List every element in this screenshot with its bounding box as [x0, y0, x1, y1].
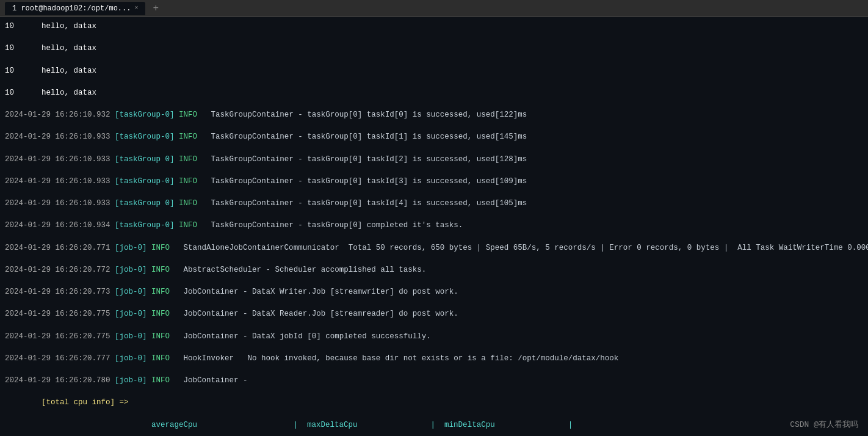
terminal-line: 2024-01-29 16:26:20.775 [job-0] INFO Job… [5, 331, 863, 342]
terminal-line: 2024-01-29 16:26:10.933 [taskGroup-0] IN… [5, 131, 863, 142]
terminal-line: 2024-01-29 16:26:20.775 [job-0] INFO Job… [5, 308, 863, 319]
terminal-line: 2024-01-29 16:26:20.780 [job-0] INFO Job… [5, 375, 863, 386]
tab-1-close[interactable]: × [134, 5, 138, 12]
tab-1[interactable]: 1 root@hadoop102:/opt/mo... × [5, 2, 145, 15]
terminal-line: 2024-01-29 16:26:20.777 [job-0] INFO Hoo… [5, 353, 863, 364]
terminal-line: 10 hello, datax [5, 21, 863, 32]
tab-1-label: 1 root@hadoop102:/opt/mo... [12, 4, 131, 13]
terminal-line: 2024-01-29 16:26:20.771 [job-0] INFO Sta… [5, 242, 863, 253]
tab-add-button[interactable]: + [150, 3, 161, 14]
terminal-line: 2024-01-29 16:26:20.772 [job-0] INFO Abs… [5, 264, 863, 275]
terminal-line: [total cpu info] => [5, 397, 863, 408]
terminal-window: 1 root@hadoop102:/opt/mo... × + 10 hello… [0, 0, 868, 436]
terminal-line: 2024-01-29 16:26:10.934 [taskGroup-0] IN… [5, 220, 863, 231]
terminal-line: 10 hello, datax [5, 87, 863, 98]
title-bar: 1 root@hadoop102:/opt/mo... × + [0, 0, 868, 17]
terminal-line: 2024-01-29 16:26:10.933 [taskGroup 0] IN… [5, 154, 863, 165]
terminal-line: 10 hello, datax [5, 43, 863, 54]
terminal-line: averageCpu | maxDeltaCpu | minDeltaCpu | [5, 420, 863, 431]
terminal-line: 2024-01-29 16:26:10.932 [taskGroup-0] IN… [5, 109, 863, 120]
terminal-line: 2024-01-29 16:26:10.933 [taskGroup-0] IN… [5, 176, 863, 187]
terminal-line: 10 hello, datax [5, 65, 863, 76]
terminal-line: 2024-01-29 16:26:10.933 [taskGroup 0] IN… [5, 198, 863, 209]
watermark: CSDN @有人看我吗 [790, 419, 858, 430]
terminal-body[interactable]: 10 hello, datax 10 hello, datax 10 hello… [0, 17, 868, 436]
terminal-line: 2024-01-29 16:26:20.773 [job-0] INFO Job… [5, 286, 863, 297]
